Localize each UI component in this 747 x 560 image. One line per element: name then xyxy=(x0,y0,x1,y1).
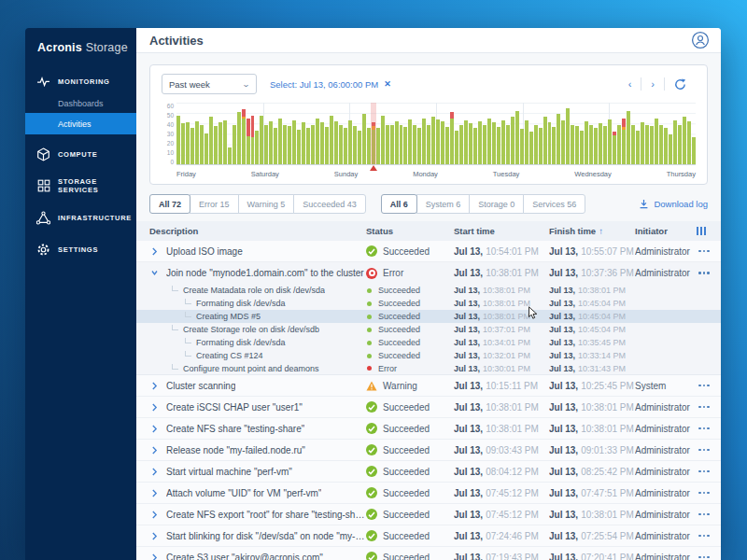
sidebar-item-activities[interactable]: Activities xyxy=(25,113,136,134)
sidebar-item-compute[interactable]: COMPUTE xyxy=(25,142,136,166)
filter-services-56[interactable]: Services 56 xyxy=(523,194,585,214)
table-row[interactable]: Creating CS #124SucceededJul 13,10:32:01… xyxy=(136,349,721,362)
chart-bar[interactable] xyxy=(459,125,463,164)
collapse-icon[interactable] xyxy=(149,269,159,277)
table-row[interactable]: Create S3 user "akirov@acronis.com"Succe… xyxy=(136,547,721,560)
column-settings-icon[interactable] xyxy=(697,227,706,235)
chart-bar[interactable] xyxy=(330,116,333,164)
chart-bar[interactable] xyxy=(450,112,454,164)
chart-bar[interactable] xyxy=(617,125,621,164)
chart-bar[interactable] xyxy=(422,119,426,164)
chart-bar[interactable] xyxy=(627,111,630,164)
chart-bar[interactable] xyxy=(376,128,380,164)
chart-bar[interactable] xyxy=(613,132,616,164)
chart-bar[interactable] xyxy=(353,126,357,164)
chart-bar[interactable] xyxy=(534,125,538,164)
row-actions-menu-icon[interactable] xyxy=(697,488,712,498)
chart-bar[interactable] xyxy=(209,117,213,164)
expand-icon[interactable] xyxy=(149,425,159,433)
next-period-button[interactable]: › xyxy=(641,78,664,90)
chart-bar[interactable] xyxy=(603,126,607,164)
column-status[interactable]: Status xyxy=(366,226,454,236)
chart-bar[interactable] xyxy=(344,128,347,164)
column-description[interactable]: Description xyxy=(149,226,366,236)
expand-icon[interactable] xyxy=(149,403,159,412)
table-row[interactable]: Create Matadata role on disk /dev/sdaSuc… xyxy=(136,284,721,297)
chart-bar[interactable] xyxy=(190,128,194,164)
expand-icon[interactable] xyxy=(149,511,159,519)
chart-bar[interactable] xyxy=(631,125,635,164)
chart-bar[interactable] xyxy=(302,122,305,164)
chart-bar[interactable] xyxy=(506,125,510,164)
chart-bar[interactable] xyxy=(441,121,444,164)
chart-bar[interactable] xyxy=(483,125,486,164)
row-actions-menu-icon[interactable] xyxy=(697,402,712,413)
chart-bar[interactable] xyxy=(316,119,319,164)
sidebar-item-settings[interactable]: SETTINGS xyxy=(25,237,136,261)
chart-bar[interactable] xyxy=(413,125,416,164)
chart-bar[interactable] xyxy=(320,122,324,164)
chart-bar[interactable] xyxy=(650,126,654,164)
table-row[interactable]: Release node "my-failed.node.ru"Succeede… xyxy=(136,440,721,461)
chart-bar[interactable] xyxy=(678,125,682,164)
chart-bar[interactable] xyxy=(214,126,218,164)
chart-bar[interactable] xyxy=(501,120,505,164)
chart-bar[interactable] xyxy=(417,128,421,164)
chart-bar[interactable] xyxy=(594,128,598,164)
table-row[interactable]: Configure mount point and deamonsErrorJu… xyxy=(136,362,721,375)
chart-bar[interactable] xyxy=(195,121,199,164)
chart-bar[interactable] xyxy=(348,120,352,164)
column-start-time[interactable]: Start time xyxy=(454,226,549,236)
row-actions-menu-icon[interactable] xyxy=(697,246,712,257)
chart-bar[interactable] xyxy=(264,125,268,164)
chart-bar[interactable] xyxy=(251,116,255,164)
row-actions-menu-icon[interactable] xyxy=(697,381,712,391)
chart-bar[interactable] xyxy=(473,128,477,164)
table-row[interactable]: Create NFS export "root" for share "test… xyxy=(136,504,721,525)
table-row[interactable]: Start blinking for disk "/dev/sda" on no… xyxy=(136,525,721,547)
chart-bar[interactable] xyxy=(237,112,241,164)
chart-bar[interactable] xyxy=(543,117,547,164)
chart-bar[interactable] xyxy=(386,125,389,164)
chart-bar[interactable] xyxy=(297,130,301,164)
chart-bar[interactable] xyxy=(306,128,310,164)
chart-bar[interactable] xyxy=(311,125,315,164)
table-row[interactable]: Cluster scanningWarningJul 13,10:15:11 P… xyxy=(136,375,721,397)
row-actions-menu-icon[interactable] xyxy=(697,531,712,541)
chart-bar[interactable] xyxy=(566,108,570,164)
chart-bar[interactable] xyxy=(292,120,296,164)
chart-bar[interactable] xyxy=(204,133,208,165)
table-row[interactable]: Create iSCSI CHAP user "user1"SucceededJ… xyxy=(136,397,721,418)
chart-bar[interactable] xyxy=(362,114,366,164)
chart-bar[interactable] xyxy=(334,121,338,164)
chart-bar[interactable] xyxy=(445,127,449,164)
filter-warning-5[interactable]: Warning 5 xyxy=(238,194,295,214)
row-actions-menu-icon[interactable] xyxy=(697,424,712,434)
sidebar-item-monitoring[interactable]: MONITORING xyxy=(25,69,136,93)
chart-bar[interactable] xyxy=(641,122,644,164)
chart-bar[interactable] xyxy=(200,125,204,164)
chart-bar[interactable] xyxy=(520,129,524,164)
chart-bar[interactable] xyxy=(283,125,287,164)
table-row[interactable]: Create NFS share "testing-share"Succeede… xyxy=(136,418,721,440)
filter-all-72[interactable]: All 72 xyxy=(149,194,190,214)
expand-icon[interactable] xyxy=(149,553,159,560)
chart-bar[interactable] xyxy=(511,117,514,164)
expand-icon[interactable] xyxy=(149,382,159,390)
chart-bar[interactable] xyxy=(269,121,273,164)
filter-all-6[interactable]: All 6 xyxy=(381,194,417,214)
filter-storage-0[interactable]: Storage 0 xyxy=(469,194,524,214)
filter-system-6[interactable]: System 6 xyxy=(416,194,471,214)
chart-bar[interactable] xyxy=(325,127,329,164)
filter-error-15[interactable]: Error 15 xyxy=(190,194,239,214)
row-actions-menu-icon[interactable] xyxy=(697,553,712,560)
chart-bar[interactable] xyxy=(664,128,668,164)
column-finish-time[interactable]: Finish time↑ xyxy=(549,226,635,236)
chart-bar[interactable] xyxy=(580,131,584,164)
chart-bar[interactable] xyxy=(529,132,533,164)
chart-bar[interactable] xyxy=(469,123,472,164)
chart-bar[interactable] xyxy=(557,114,560,164)
chart-bar[interactable] xyxy=(278,119,282,164)
chart-bar[interactable] xyxy=(687,121,691,164)
chart-bar[interactable] xyxy=(176,116,180,164)
